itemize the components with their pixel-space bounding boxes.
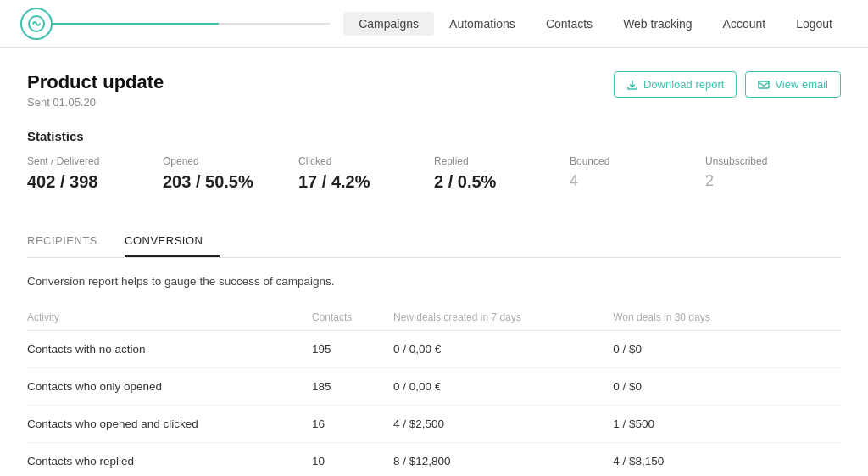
page-header: Product update Sent 01.05.20 Download re… bbox=[27, 71, 841, 109]
conversion-section: Conversion report helps to gauge the suc… bbox=[27, 275, 841, 476]
tab-recipients[interactable]: RECIPIENTS bbox=[27, 226, 114, 257]
stats-grid: Sent / Delivered 402 / 398 Opened 203 / … bbox=[27, 155, 841, 205]
table-row-3: Contacts who replied108 / $12,8004 / $8,… bbox=[27, 443, 841, 477]
stat-label-4: Bounced bbox=[570, 155, 698, 167]
page-header-left: Product update Sent 01.05.20 bbox=[27, 71, 164, 109]
svg-rect-1 bbox=[759, 81, 769, 88]
cell-0-2: 0 / 0,00 € bbox=[393, 331, 613, 368]
table-row-0: Contacts with no action1950 / 0,00 €0 / … bbox=[27, 331, 841, 368]
cell-0-0: Contacts with no action bbox=[27, 331, 312, 368]
logo bbox=[20, 8, 53, 40]
stat-value-5: 2 bbox=[705, 172, 834, 190]
conversion-description: Conversion report helps to gauge the suc… bbox=[27, 275, 841, 288]
view-email-button[interactable]: View email bbox=[745, 71, 841, 98]
navbar: CampaignsAutomationsContactsWeb tracking… bbox=[0, 0, 868, 48]
download-report-button[interactable]: Download report bbox=[614, 71, 737, 98]
cell-2-3: 1 / $500 bbox=[613, 406, 841, 443]
cell-1-3: 0 / $0 bbox=[613, 368, 841, 406]
column-header-1: Contacts bbox=[312, 305, 393, 331]
nav-link-logout[interactable]: Logout bbox=[781, 12, 848, 36]
progress-bar bbox=[53, 23, 330, 25]
email-icon bbox=[758, 79, 770, 91]
stat-label-2: Clicked bbox=[298, 155, 427, 167]
download-icon bbox=[626, 79, 638, 91]
stat-label-5: Unsubscribed bbox=[705, 155, 834, 167]
column-header-0: Activity bbox=[27, 305, 312, 331]
conversion-table: ActivityContactsNew deals created in 7 d… bbox=[27, 305, 841, 476]
cell-3-0: Contacts who replied bbox=[27, 443, 312, 477]
stat-value-4: 4 bbox=[570, 172, 698, 190]
main-content: Product update Sent 01.05.20 Download re… bbox=[0, 48, 868, 476]
page-title: Product update bbox=[27, 71, 164, 93]
cell-3-3: 4 / $8,150 bbox=[613, 443, 841, 477]
nav-link-web-tracking[interactable]: Web tracking bbox=[608, 12, 707, 36]
stat-label-3: Replied bbox=[434, 155, 563, 167]
cell-1-1: 185 bbox=[312, 368, 393, 406]
tabs: RECIPIENTSCONVERSION bbox=[27, 226, 841, 258]
statistics-title: Statistics bbox=[27, 129, 841, 143]
cell-1-0: Contacts who only opened bbox=[27, 368, 312, 406]
statistics-section: Statistics Sent / Delivered 402 / 398 Op… bbox=[27, 129, 841, 205]
stat-label-0: Sent / Delivered bbox=[27, 155, 156, 167]
cell-3-1: 10 bbox=[312, 443, 393, 477]
nav-link-contacts[interactable]: Contacts bbox=[531, 12, 608, 36]
tab-conversion[interactable]: CONVERSION bbox=[125, 226, 220, 257]
stat-value-1: 203 / 50.5% bbox=[163, 172, 292, 192]
nav-link-campaigns[interactable]: Campaigns bbox=[343, 12, 434, 36]
stat-value-2: 17 / 4.2% bbox=[298, 172, 427, 192]
stat-item-4: Bounced 4 bbox=[570, 155, 705, 192]
table-row-1: Contacts who only opened1850 / 0,00 €0 /… bbox=[27, 368, 841, 406]
stat-item-5: Unsubscribed 2 bbox=[705, 155, 841, 192]
cell-2-1: 16 bbox=[312, 406, 393, 443]
column-header-2: New deals created in 7 days bbox=[393, 305, 613, 331]
cell-1-2: 0 / 0,00 € bbox=[393, 368, 613, 406]
stat-value-3: 2 / 0.5% bbox=[434, 172, 563, 192]
stat-item-1: Opened 203 / 50.5% bbox=[163, 155, 298, 192]
stat-item-2: Clicked 17 / 4.2% bbox=[298, 155, 434, 192]
header-actions: Download report View email bbox=[614, 71, 841, 98]
cell-2-0: Contacts who opened and clicked bbox=[27, 406, 312, 443]
nav-link-account[interactable]: Account bbox=[708, 12, 782, 36]
nav-links: CampaignsAutomationsContactsWeb tracking… bbox=[343, 12, 848, 36]
cell-3-2: 8 / $12,800 bbox=[393, 443, 613, 477]
stat-label-1: Opened bbox=[163, 155, 292, 167]
table-row-2: Contacts who opened and clicked164 / $2,… bbox=[27, 406, 841, 443]
nav-link-automations[interactable]: Automations bbox=[434, 12, 531, 36]
cell-0-1: 195 bbox=[312, 331, 393, 368]
stat-item-3: Replied 2 / 0.5% bbox=[434, 155, 570, 192]
stat-item-0: Sent / Delivered 402 / 398 bbox=[27, 155, 163, 192]
cell-2-2: 4 / $2,500 bbox=[393, 406, 613, 443]
cell-0-3: 0 / $0 bbox=[613, 331, 841, 368]
stat-value-0: 402 / 398 bbox=[27, 172, 156, 192]
page-subtitle: Sent 01.05.20 bbox=[27, 96, 164, 109]
column-header-3: Won deals in 30 days bbox=[613, 305, 841, 331]
progress-fill bbox=[53, 23, 219, 25]
